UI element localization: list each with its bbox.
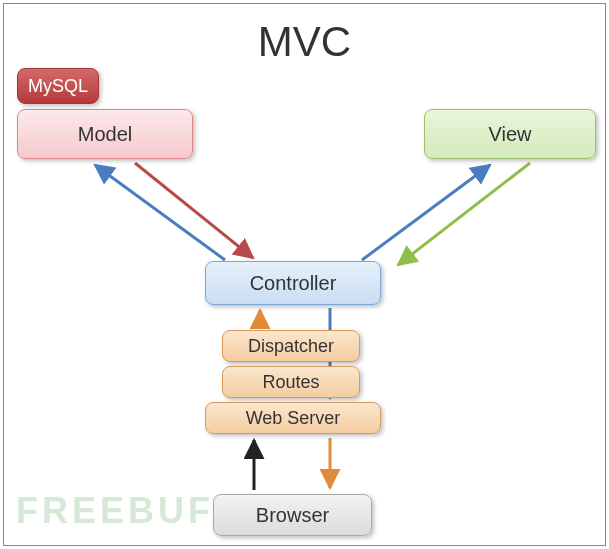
node-browser: Browser bbox=[213, 494, 372, 536]
node-dispatcher: Dispatcher bbox=[222, 330, 360, 362]
watermark-text: FREEBUF bbox=[16, 490, 214, 532]
node-routes: Routes bbox=[222, 366, 360, 398]
node-view: View bbox=[424, 109, 596, 159]
diagram-title: MVC bbox=[0, 18, 609, 66]
node-webserver: Web Server bbox=[205, 402, 381, 434]
node-controller: Controller bbox=[205, 261, 381, 305]
node-model: Model bbox=[17, 109, 193, 159]
node-mysql: MySQL bbox=[17, 68, 99, 104]
